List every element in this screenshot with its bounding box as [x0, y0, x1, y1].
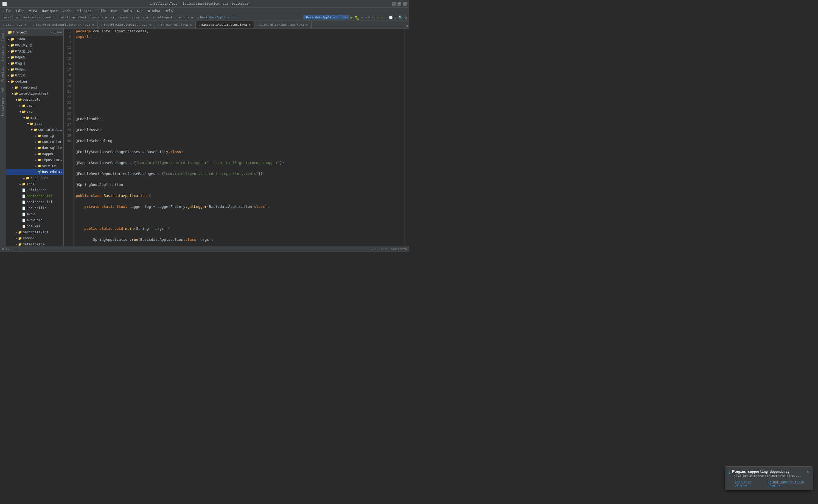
run-config-label[interactable]: BasicdataApplication ▾: [303, 15, 349, 19]
debug-button[interactable]: 🐛: [355, 15, 359, 20]
tree-item-coding[interactable]: ▼ 📂 coding: [6, 78, 63, 84]
bc-coding[interactable]: coding: [44, 16, 55, 19]
git-history[interactable]: 🕐: [389, 16, 393, 19]
tab-basicdata[interactable]: ☕ BasicdataApplication.java ×: [196, 21, 255, 28]
tree-item-04[interactable]: ▶ 📁 04原型: [6, 54, 63, 60]
tree-item-basicdataapp[interactable]: ▶ 🌱 BasicdataApplication: [6, 169, 63, 175]
tree-item-06[interactable]: ▶ 📁 06编码: [6, 66, 63, 72]
tree-item-mapper[interactable]: ▶ 📁 mapper: [6, 151, 63, 157]
menu-refactor[interactable]: Refactor: [73, 9, 94, 13]
bc-basicdata[interactable]: basicdata: [91, 16, 107, 19]
tree-item-mvn[interactable]: ▶ 📁 .mvn: [6, 103, 63, 109]
tree-item-mvnwcmd[interactable]: ▶ 📄 mvnw.cmd: [6, 217, 63, 223]
tab-impl[interactable]: ☕ Impl.java ×: [0, 21, 30, 28]
tab-close-threadpool[interactable]: ×: [189, 23, 193, 26]
tree-item-gitignore[interactable]: ▶ 📄 .gitignore: [6, 187, 63, 193]
tab-close-basicdata[interactable]: ×: [248, 23, 252, 27]
tree-item-iml[interactable]: ▶ 📄 basicdata.iml: [6, 193, 63, 199]
code-editor[interactable]: 123 13 14 15 16 17 18 19 20 21 22 23 24 …: [64, 29, 405, 246]
tree-item-frontend[interactable]: ▶ 📁 front-end: [6, 84, 63, 90]
tree-item-test[interactable]: ▶ 📁 test: [6, 181, 63, 187]
tree-item-com[interactable]: ▼ 📂 com.intelligent.basicdata: [6, 127, 63, 133]
tree-item-java[interactable]: ▼ 📂 java: [6, 121, 63, 127]
menu-view[interactable]: View: [27, 9, 39, 13]
vtab-favorites[interactable]: Favorites: [0, 64, 6, 84]
panel-collapse-all[interactable]: ☰: [53, 30, 56, 34]
tree-item-mvnw[interactable]: ▶ 📄 mvnw: [6, 211, 63, 217]
tree-item-basicdata[interactable]: ▼ 📂 basicdata: [6, 97, 63, 103]
status-lf[interactable]: LF: [15, 247, 18, 251]
tab-close-linkedblocking[interactable]: ×: [305, 23, 309, 26]
tree-item-02[interactable]: ▶ 📁 02沟通记录: [6, 48, 63, 54]
menu-tools[interactable]: Tools: [120, 9, 134, 13]
git-push[interactable]: ↑: [385, 16, 387, 19]
tab-settings-icon[interactable]: ⚙: [406, 24, 408, 28]
tree-item-07[interactable]: ▶ 📁 07文档: [6, 72, 63, 78]
menu-navigate[interactable]: Navigate: [40, 9, 60, 13]
tab-close-testimport[interactable]: ×: [91, 23, 95, 26]
vtab-structure[interactable]: Structure: [0, 44, 6, 64]
tree-item-05[interactable]: ▶ 📁 05设计: [6, 60, 63, 66]
tree-item-intelligenttest[interactable]: ▼ 📂 intelligentTest: [6, 90, 63, 97]
bc-src[interactable]: src: [111, 16, 116, 19]
panel-close[interactable]: –: [60, 30, 62, 34]
tree-item-dockerfile[interactable]: ▶ 📄 Dockerfile: [6, 205, 63, 211]
tree-item-common[interactable]: ▶ 📁 common: [6, 235, 63, 241]
bc-main[interactable]: main: [120, 16, 128, 19]
panel-settings[interactable]: ⚙: [57, 30, 59, 34]
tab-linkedblocking[interactable]: ☕ LinkedBlockingQueue.java ×: [255, 21, 312, 28]
run-button[interactable]: ▶: [351, 15, 353, 20]
menu-file[interactable]: File: [1, 9, 13, 13]
tree-item-config[interactable]: ▶ 📁 config: [6, 133, 63, 139]
project-tree[interactable]: ▶ 📁 .idea ▶ 📁 00计划管理 ▶ 📁 02沟通记录 ▶ 📁 04原型…: [6, 36, 63, 246]
vtab-commit[interactable]: Commit: [0, 29, 6, 44]
code-area[interactable]: 123 13 14 15 16 17 18 19 20 21 22 23 24 …: [64, 29, 405, 246]
menu-edit[interactable]: Edit: [14, 9, 26, 13]
toolbar-forward[interactable]: →: [365, 16, 366, 19]
close-button[interactable]: ×: [403, 2, 407, 6]
toolbar-back[interactable]: ←: [361, 16, 363, 19]
tab-close-impl[interactable]: ×: [24, 23, 27, 26]
tree-item-ini[interactable]: ▶ 📄 basicdata.ini: [6, 199, 63, 205]
search-everywhere[interactable]: 🔍: [398, 15, 403, 20]
tree-item-dao[interactable]: ▶ 📁 dao.sqlite: [6, 145, 63, 151]
tree-item-datastorage[interactable]: ▶ 📁 datastorage: [6, 241, 63, 246]
vtab-persistence[interactable]: Persistence: [0, 95, 6, 119]
tree-item-main[interactable]: ▼ 📂 main: [6, 115, 63, 121]
tree-item-basicdataapi[interactable]: ▶ 📁 basicdata-api: [6, 229, 63, 235]
tab-threadpool[interactable]: ☕ ThreadPool.java ×: [155, 21, 195, 28]
menu-git[interactable]: Git: [135, 9, 145, 13]
status-encoding[interactable]: UTF-8: [2, 247, 11, 251]
bc-java[interactable]: java: [132, 16, 139, 19]
window-action-buttons[interactable]: – □ ×: [392, 2, 407, 6]
menu-window[interactable]: Window: [146, 9, 162, 13]
menu-code[interactable]: Code: [61, 9, 73, 13]
bc-root[interactable]: intelligenttestsystem: [2, 16, 40, 19]
menu-help[interactable]: Help: [162, 9, 175, 13]
maximize-button[interactable]: □: [397, 2, 401, 6]
settings-icon[interactable]: ⚙: [405, 15, 407, 20]
tree-item-pom[interactable]: ▶ 📋 pom.xml: [6, 223, 63, 229]
bc-intelligenttest[interactable]: intelligentTest: [59, 16, 86, 19]
minimize-button[interactable]: –: [392, 2, 396, 6]
tree-item-service[interactable]: ▶ 📁 service: [6, 163, 63, 169]
tab-testimport[interactable]: ☕ TestProgramImportListener.java ×: [30, 21, 98, 28]
code-content[interactable]: package com.intelligent.basicdata;import…: [74, 29, 405, 246]
tree-item-resources[interactable]: ▶ 📁 resources: [6, 175, 63, 181]
bc-class[interactable]: BasicdataApplication: [200, 16, 236, 19]
tab-testflow[interactable]: ☕ TestFlowServiceImpl.java ×: [98, 21, 155, 28]
bc-basicdata2[interactable]: basicdata: [176, 16, 193, 19]
bc-com[interactable]: com: [143, 16, 148, 19]
menu-run[interactable]: Run: [109, 9, 119, 13]
tree-item-idea[interactable]: ▶ 📁 .idea: [6, 36, 63, 42]
tree-item-00[interactable]: ▶ 📁 00计划管理: [6, 42, 63, 48]
bc-intelligent[interactable]: intelligent: [152, 16, 173, 19]
window-controls[interactable]: ⬜: [2, 2, 8, 6]
toolbar-revert[interactable]: ↺: [394, 16, 396, 19]
panel-dropdown-icon[interactable]: ▾: [50, 31, 52, 34]
tree-item-controller[interactable]: ▶ 📁 controller: [6, 139, 63, 145]
tab-close-testflow[interactable]: ×: [148, 23, 152, 26]
menu-build[interactable]: Build: [94, 9, 108, 13]
vtab-web[interactable]: Web: [0, 85, 6, 95]
tree-item-repository[interactable]: ▶ 📁 repository.redis: [6, 157, 63, 163]
